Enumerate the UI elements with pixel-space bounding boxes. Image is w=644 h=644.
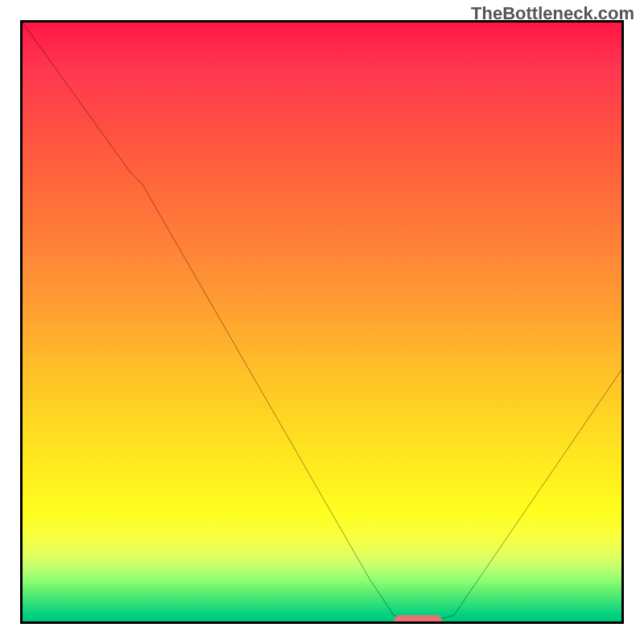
chart-line-svg [23,23,621,621]
watermark-text: TheBottleneck.com [471,3,634,24]
chart-curve-line [23,23,621,621]
chart-plot-area [20,20,624,624]
target-range-marker [394,615,442,624]
